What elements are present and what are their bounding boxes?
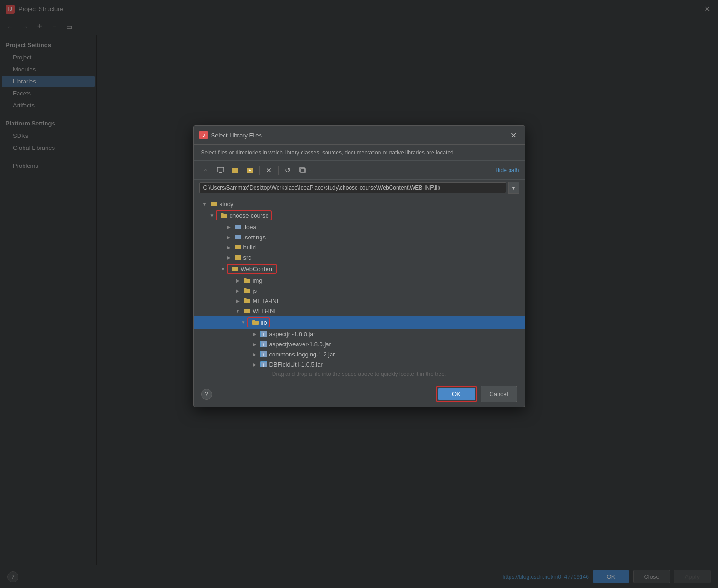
toggle-js[interactable]: ▶ bbox=[234, 287, 242, 294]
dialog-bottom-right: OK Cancel bbox=[436, 386, 517, 402]
toolbar-copy-path-button[interactable] bbox=[296, 164, 309, 177]
toolbar-delete-button[interactable]: ✕ bbox=[262, 164, 275, 177]
toolbar-folder-up-button[interactable] bbox=[243, 164, 256, 177]
label-lib: lib bbox=[261, 319, 267, 326]
dialog-title: Select Library Files bbox=[211, 132, 262, 139]
tree-item-idea[interactable]: ▶ .idea bbox=[194, 222, 525, 232]
toggle-build[interactable]: ▶ bbox=[225, 244, 232, 251]
tree-item-study[interactable]: ▼ study bbox=[194, 199, 525, 209]
label-idea: .idea bbox=[243, 224, 256, 231]
label-js: js bbox=[253, 287, 257, 294]
path-bar: ▼ bbox=[194, 180, 525, 196]
toggle-jar-aspectjweaver[interactable]: ▶ bbox=[251, 340, 258, 348]
label-meta-inf: META-INF bbox=[253, 297, 280, 304]
label-settings: .settings bbox=[243, 234, 266, 241]
dialog-help-button[interactable]: ? bbox=[201, 389, 212, 400]
dialog-close-button[interactable]: ✕ bbox=[508, 130, 519, 141]
toggle-idea[interactable]: ▶ bbox=[225, 223, 232, 231]
toolbar-new-folder-button[interactable] bbox=[229, 164, 242, 177]
dialog-toolbar-left: ⌂ ✕ ↺ bbox=[199, 164, 309, 177]
tree-item-js[interactable]: ▶ js bbox=[194, 285, 525, 296]
toggle-lib[interactable]: ▼ bbox=[240, 319, 247, 326]
folder-icon-src bbox=[234, 254, 242, 261]
toggle-jar-dbfieldutil[interactable]: ▶ bbox=[251, 361, 258, 367]
drag-hint: Drag and drop a file into the space abov… bbox=[194, 367, 525, 381]
tree-item-build[interactable]: ▶ build bbox=[194, 242, 525, 252]
tree-item-jar-dbfieldutil[interactable]: ▶ j DBFieldUtil-1.0.5.jar bbox=[194, 359, 525, 367]
modal-overlay: IJ Select Library Files ✕ Select files o… bbox=[0, 0, 718, 588]
jar-icon-dbfieldutil: j bbox=[260, 361, 267, 367]
folder-icon-webcontent bbox=[231, 265, 239, 273]
folder-icon-settings bbox=[234, 233, 242, 241]
jar-icon-aspectjweaver: j bbox=[260, 341, 267, 347]
tree-item-settings[interactable]: ▶ .settings bbox=[194, 232, 525, 242]
path-input[interactable] bbox=[199, 182, 506, 193]
label-choose-course: choose-course bbox=[230, 212, 269, 219]
toolbar-home-button[interactable]: ⌂ bbox=[199, 164, 212, 177]
dialog-title-left: IJ Select Library Files bbox=[199, 131, 262, 139]
folder-icon-build bbox=[234, 244, 242, 251]
label-jar-dbfieldutil: DBFieldUtil-1.0.5.jar bbox=[269, 361, 323, 367]
svg-rect-0 bbox=[217, 167, 224, 172]
label-src: src bbox=[243, 254, 251, 261]
toolbar-desktop-button[interactable] bbox=[214, 164, 227, 177]
folder-icon-choose-course bbox=[220, 212, 228, 219]
dialog-title-bar: IJ Select Library Files ✕ bbox=[194, 126, 525, 145]
toggle-jar-aspectjrt[interactable]: ▶ bbox=[251, 330, 258, 338]
dialog-cancel-button[interactable]: Cancel bbox=[481, 386, 517, 402]
path-dropdown-button[interactable]: ▼ bbox=[508, 182, 519, 194]
tree-item-jar-aspectjweaver[interactable]: ▶ j aspectjweaver-1.8.0.jar bbox=[194, 339, 525, 349]
dialog-subtitle: Select files or directories in which lib… bbox=[194, 145, 525, 161]
toggle-webcontent[interactable]: ▼ bbox=[220, 265, 227, 273]
folder-icon-idea bbox=[234, 223, 242, 231]
toolbar-refresh-button[interactable]: ↺ bbox=[281, 164, 294, 177]
tree-item-meta-inf[interactable]: ▶ META-INF bbox=[194, 296, 525, 306]
toggle-src[interactable]: ▶ bbox=[225, 254, 232, 261]
dialog-toolbar: ⌂ ✕ ↺ Hide path bbox=[194, 161, 525, 180]
label-jar-aspectjrt: aspectjrt-1.8.0.jar bbox=[269, 331, 315, 338]
folder-icon-lib bbox=[252, 319, 259, 326]
tree-item-webcontent[interactable]: WebContent bbox=[227, 264, 277, 274]
svg-rect-1 bbox=[219, 172, 222, 173]
toggle-choose-course[interactable]: ▼ bbox=[208, 212, 216, 219]
hide-path-link[interactable]: Hide path bbox=[495, 167, 519, 173]
toggle-img[interactable]: ▶ bbox=[234, 277, 242, 284]
folder-icon-study bbox=[210, 200, 218, 208]
folder-icon-js bbox=[243, 287, 251, 294]
label-web-inf: WEB-INF bbox=[253, 308, 278, 315]
toggle-settings[interactable]: ▶ bbox=[225, 233, 232, 241]
folder-icon-web-inf bbox=[243, 307, 251, 315]
toggle-meta-inf[interactable]: ▶ bbox=[234, 297, 242, 304]
tree-item-choose-course-row: ▼ choose-course bbox=[194, 209, 525, 222]
toolbar-separator2 bbox=[278, 166, 279, 175]
tree-item-img[interactable]: ▶ img bbox=[194, 275, 525, 285]
ok-button-wrapper: OK bbox=[436, 386, 477, 402]
folder-icon-img bbox=[243, 277, 251, 284]
label-jar-aspectjweaver: aspectjweaver-1.8.0.jar bbox=[269, 341, 331, 348]
tree-item-choose-course[interactable]: choose-course bbox=[216, 210, 272, 220]
tree-item-webcontent-row: ▼ WebContent bbox=[194, 262, 525, 275]
tree-item-lib[interactable]: lib bbox=[247, 317, 270, 327]
jar-icon-commons-logging: j bbox=[260, 351, 267, 357]
jar-icon-aspectjrt: j bbox=[260, 331, 267, 337]
dialog-icon: IJ bbox=[199, 131, 208, 139]
label-img: img bbox=[253, 277, 262, 284]
label-webcontent: WebContent bbox=[241, 266, 274, 273]
tree-item-jar-aspectjrt[interactable]: ▶ j aspectjrt-1.8.0.jar bbox=[194, 329, 525, 339]
toggle-jar-commons-logging[interactable]: ▶ bbox=[251, 350, 258, 358]
label-build: build bbox=[243, 244, 256, 251]
label-jar-commons-logging: commons-logging-1.2.jar bbox=[269, 351, 335, 358]
toolbar-separator bbox=[259, 166, 260, 175]
folder-icon-meta-inf bbox=[243, 297, 251, 304]
tree-item-src[interactable]: ▶ src bbox=[194, 252, 525, 262]
tree-item-lib-row[interactable]: ▼ lib bbox=[194, 316, 525, 329]
tree-item-jar-commons-logging[interactable]: ▶ j commons-logging-1.2.jar bbox=[194, 349, 525, 359]
tree-item-web-inf[interactable]: ▼ WEB-INF bbox=[194, 306, 525, 316]
toggle-web-inf[interactable]: ▼ bbox=[234, 307, 242, 315]
file-tree[interactable]: ▼ study ▼ choose-course ▶ bbox=[194, 196, 525, 367]
select-library-dialog: IJ Select Library Files ✕ Select files o… bbox=[193, 125, 525, 407]
label-study: study bbox=[220, 201, 234, 208]
toggle-study[interactable]: ▼ bbox=[201, 200, 208, 208]
dialog-ok-button[interactable]: OK bbox=[438, 388, 475, 400]
dialog-bottom: ? OK Cancel bbox=[194, 381, 525, 407]
